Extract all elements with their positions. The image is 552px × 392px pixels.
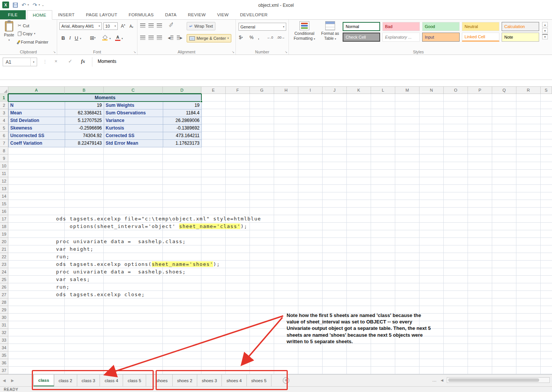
- ribbon-tab-data[interactable]: DATA: [159, 10, 182, 19]
- stat-value-cell[interactable]: 1.17623173: [163, 140, 202, 147]
- new-sheet-button[interactable]: +: [283, 377, 289, 384]
- sheet-tab-shoes-4[interactable]: shoes 4: [222, 375, 246, 386]
- sheet-tab-class[interactable]: class: [33, 375, 54, 386]
- row-header-19[interactable]: 19: [0, 230, 8, 238]
- ribbon-tab-view[interactable]: VIEW: [211, 10, 234, 19]
- row-header-8[interactable]: 8: [0, 147, 8, 155]
- stat-value-cell[interactable]: 473.164211: [163, 132, 202, 140]
- stat-value-cell[interactable]: 1184.4: [163, 109, 202, 117]
- column-header-H[interactable]: H: [274, 86, 298, 94]
- row-header-30[interactable]: 30: [0, 314, 8, 321]
- column-header-B[interactable]: B: [65, 86, 104, 94]
- stat-label-cell[interactable]: Variance: [104, 117, 163, 125]
- sheet-tab-shoes-5[interactable]: shoes 5: [247, 375, 271, 386]
- column-header-K[interactable]: K: [347, 86, 371, 94]
- ribbon-tab-file[interactable]: FILE: [0, 10, 26, 19]
- stat-value-cell[interactable]: 74304.92: [65, 132, 104, 140]
- stat-value-cell[interactable]: -0.2596696: [65, 125, 104, 132]
- row-header-27[interactable]: 27: [0, 291, 8, 298]
- column-header-M[interactable]: M: [395, 86, 419, 94]
- row-header-6[interactable]: 6: [0, 132, 8, 139]
- stat-label-cell[interactable]: N: [9, 102, 65, 109]
- row-header-24[interactable]: 24: [0, 268, 8, 276]
- row-header-1[interactable]: 1: [0, 94, 8, 102]
- row-header-14[interactable]: 14: [0, 192, 8, 200]
- row-header-21[interactable]: 21: [0, 245, 8, 253]
- select-all-corner[interactable]: [0, 86, 8, 94]
- column-header-R[interactable]: R: [516, 86, 541, 94]
- stat-value-cell[interactable]: 62.3368421: [65, 109, 104, 117]
- horizontal-scrollbar-thumb[interactable]: [448, 378, 539, 382]
- row-header-29[interactable]: 29: [0, 306, 8, 314]
- tab-overflow-dots[interactable]: ⋯: [432, 379, 437, 384]
- row-header-37[interactable]: 37: [0, 367, 8, 374]
- stat-value-cell[interactable]: 26.2869006: [163, 117, 202, 125]
- column-header-D[interactable]: D: [163, 86, 201, 94]
- ribbon-tab-developer[interactable]: DEVELOPER: [234, 10, 273, 19]
- row-header-16[interactable]: 16: [0, 208, 8, 215]
- tab-scroll-right-button[interactable]: ▶: [8, 375, 17, 386]
- tab-scroll-left-button[interactable]: ◀: [0, 375, 8, 386]
- row-header-12[interactable]: 12: [0, 177, 8, 185]
- row-header-35[interactable]: 35: [0, 351, 8, 359]
- stat-label-cell[interactable]: Sum Weights: [104, 102, 163, 109]
- row-header-31[interactable]: 31: [0, 321, 8, 329]
- row-header-5[interactable]: 5: [0, 124, 8, 132]
- stat-value-cell[interactable]: 19: [163, 102, 202, 109]
- ribbon-tab-review[interactable]: REVIEW: [182, 10, 211, 19]
- stat-label-cell[interactable]: Std Deviation: [9, 117, 65, 125]
- row-header-4[interactable]: 4: [0, 117, 8, 124]
- stat-label-cell[interactable]: Mean: [9, 109, 65, 117]
- column-header-G[interactable]: G: [250, 86, 274, 94]
- stat-label-cell[interactable]: Skewness: [9, 125, 65, 132]
- column-header-I[interactable]: I: [298, 86, 323, 94]
- stat-value-cell[interactable]: 8.22479143: [65, 140, 104, 147]
- sheet-tab-class-4[interactable]: class 4: [100, 375, 123, 386]
- sheet-tab-shoes[interactable]: shoes: [151, 375, 173, 386]
- row-header-15[interactable]: 15: [0, 200, 8, 208]
- column-header-L[interactable]: L: [371, 86, 395, 94]
- horizontal-scroll-left-arrow[interactable]: ◀: [441, 378, 443, 382]
- row-header-20[interactable]: 20: [0, 238, 8, 245]
- stat-label-cell[interactable]: Uncorrected SS: [9, 132, 65, 140]
- ribbon-tab-insert[interactable]: INSERT: [52, 10, 80, 19]
- sheet-tab-shoes-3[interactable]: shoes 3: [197, 375, 222, 386]
- sheet-tab-class-5[interactable]: class 5: [123, 375, 146, 386]
- row-header-3[interactable]: 3: [0, 109, 8, 117]
- ribbon-tab-home[interactable]: HOME: [27, 10, 53, 20]
- column-header-E[interactable]: E: [201, 86, 226, 94]
- sheet-tab-class-2[interactable]: class 2: [54, 375, 77, 386]
- row-header-7[interactable]: 7: [0, 139, 8, 147]
- row-header-13[interactable]: 13: [0, 185, 8, 192]
- row-header-25[interactable]: 25: [0, 276, 8, 283]
- row-header-22[interactable]: 22: [0, 253, 8, 261]
- row-header-36[interactable]: 36: [0, 359, 8, 367]
- sheet-tab-class-3[interactable]: class 3: [77, 375, 100, 386]
- row-header-2[interactable]: 2: [0, 102, 8, 109]
- row-header-28[interactable]: 28: [0, 298, 8, 306]
- column-header-S[interactable]: S: [541, 86, 552, 94]
- column-header-O[interactable]: O: [444, 86, 468, 94]
- row-header-10[interactable]: 10: [0, 162, 8, 170]
- row-header-11[interactable]: 11: [0, 170, 8, 177]
- stat-label-cell[interactable]: Sum Observations: [104, 109, 163, 117]
- ribbon-tab-formulas[interactable]: FORMULAS: [123, 10, 159, 19]
- column-header-Q[interactable]: Q: [492, 86, 516, 94]
- row-header-33[interactable]: 33: [0, 336, 8, 344]
- sheet-tab-shoes-2[interactable]: shoes 2: [173, 375, 197, 386]
- row-header-17[interactable]: 17: [0, 215, 8, 223]
- column-header-P[interactable]: P: [468, 86, 492, 94]
- stat-label-cell[interactable]: Coeff Variation: [9, 140, 65, 147]
- column-header-C[interactable]: C: [104, 86, 163, 94]
- stat-value-cell[interactable]: -0.1389692: [163, 125, 202, 132]
- stat-label-cell[interactable]: Kurtosis: [104, 125, 163, 132]
- column-header-F[interactable]: F: [226, 86, 250, 94]
- row-header-34[interactable]: 34: [0, 344, 8, 351]
- row-header-18[interactable]: 18: [0, 223, 8, 230]
- ribbon-tab-page-layout[interactable]: PAGE LAYOUT: [80, 10, 123, 19]
- stat-value-cell[interactable]: 19: [65, 102, 104, 109]
- horizontal-scrollbar[interactable]: [447, 377, 550, 383]
- stat-value-cell[interactable]: 5.12707525: [65, 117, 104, 125]
- stat-label-cell[interactable]: Corrected SS: [104, 132, 163, 140]
- row-header-26[interactable]: 26: [0, 283, 8, 291]
